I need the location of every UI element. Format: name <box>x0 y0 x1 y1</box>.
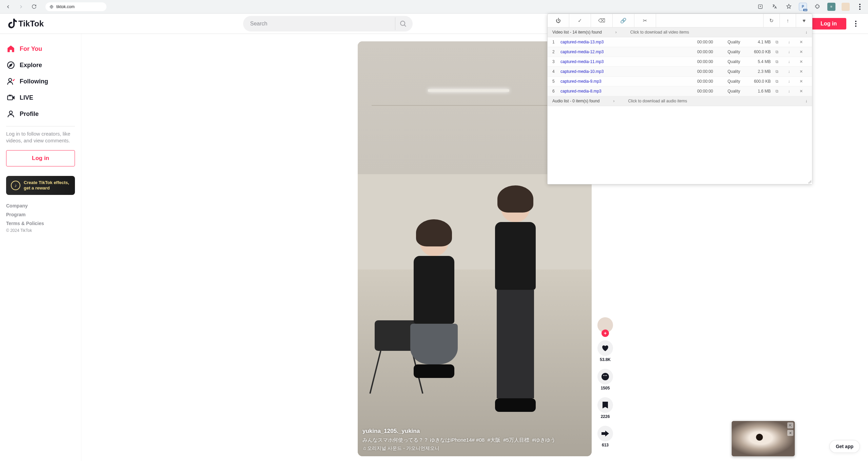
toolbar-up-icon[interactable]: ↑ <box>780 14 796 27</box>
video-list-header[interactable]: Video list - 14 item(s) found › Click to… <box>548 27 812 37</box>
address-bar[interactable]: tiktok.com <box>45 2 106 11</box>
download-icon[interactable]: ↓ <box>783 79 795 84</box>
pip-back-icon[interactable]: ⇱ <box>787 422 793 428</box>
toolbar-refresh-icon[interactable]: ↻ <box>763 14 780 27</box>
footer-terms[interactable]: Terms & Policies <box>6 221 75 226</box>
extension-downloader-icon[interactable]: P14 <box>799 3 807 11</box>
footer-company[interactable]: Company <box>6 203 75 208</box>
row-filename[interactable]: captured-media-10.mp3 <box>560 69 684 74</box>
row-filename[interactable]: captured-media-9.mp3 <box>560 79 684 84</box>
row-filename[interactable]: captured-media-8.mp3 <box>560 89 684 94</box>
hashtag[interactable]: #5万人目標 <box>503 437 529 443</box>
download-icon[interactable]: ↓ <box>783 40 795 44</box>
extensions-icon[interactable] <box>813 3 821 11</box>
video-sound[interactable]: ♫ 오리지널 사운드 - 가오니언제오니 <box>362 445 587 452</box>
nav-label: Explore <box>20 62 42 69</box>
row-quality[interactable]: Quality <box>713 69 740 74</box>
video-username[interactable]: yukina_1205._yukina <box>362 428 587 435</box>
hashtag[interactable]: #大阪 <box>487 437 500 443</box>
video-list-hint: Click to download all video items <box>630 30 689 35</box>
copy-icon[interactable]: ⧉ <box>771 40 783 44</box>
copy-icon[interactable]: ⧉ <box>771 79 783 84</box>
remove-icon[interactable]: ✕ <box>795 69 807 74</box>
row-quality[interactable]: Quality <box>713 59 740 64</box>
row-quality[interactable]: Quality <box>713 49 740 54</box>
row-size: 5.4 MB <box>740 59 771 64</box>
reload-button[interactable] <box>30 3 38 11</box>
header-more-button[interactable] <box>852 21 860 27</box>
remove-icon[interactable]: ✕ <box>795 89 807 94</box>
download-icon[interactable]: ↓ <box>783 69 795 74</box>
toolbar-clear-icon[interactable]: ⌫ <box>591 14 613 27</box>
row-quality[interactable]: Quality <box>713 40 740 44</box>
effects-text: Create TikTok effects, get a reward <box>24 180 70 191</box>
download-row: 5captured-media-9.mp300:00:00Quality600.… <box>548 77 812 86</box>
toolbar-heart-icon[interactable]: ♥ <box>796 14 812 27</box>
remove-icon[interactable]: ✕ <box>795 79 807 84</box>
login-button[interactable]: Log in <box>811 18 846 29</box>
nav-live[interactable]: LIVE <box>3 89 78 106</box>
effects-banner[interactable]: ♪ Create TikTok effects, get a reward <box>6 176 75 195</box>
nav-explore[interactable]: Explore <box>3 57 78 73</box>
back-button[interactable] <box>4 3 12 11</box>
toolbar-cut-icon[interactable]: ✂ <box>634 14 656 27</box>
profile-avatar-icon[interactable] <box>842 3 850 11</box>
row-filename[interactable]: captured-media-12.mp3 <box>560 49 684 54</box>
browser-menu-icon[interactable] <box>856 4 864 10</box>
like-button[interactable]: 53.8K <box>597 340 613 362</box>
copy-icon[interactable]: ⧉ <box>771 59 783 64</box>
tiktok-logo[interactable]: TikTok <box>8 19 44 29</box>
row-size: 2.3 MB <box>740 69 771 74</box>
row-quality[interactable]: Quality <box>713 89 740 94</box>
audio-list-header[interactable]: Audio list - 0 item(s) found › Click to … <box>548 96 812 106</box>
resize-handle-icon[interactable] <box>808 180 811 183</box>
download-icon[interactable]: ↓ <box>783 59 795 64</box>
video-caption: みんなスマホ何使ってる？？ ゆきなはiPhone14# #08 #大阪 #5万人… <box>362 437 587 443</box>
hashtag[interactable]: #08 <box>476 437 485 443</box>
translate-icon[interactable] <box>770 3 778 11</box>
nav-for-you[interactable]: For You <box>3 41 78 57</box>
download-all-videos-icon[interactable]: ↓ <box>805 30 807 35</box>
browser-toolbar: tiktok.com P14 ≡ <box>0 0 868 14</box>
forward-button[interactable] <box>17 3 25 11</box>
row-filename[interactable]: captured-media-11.mp3 <box>560 59 684 64</box>
copy-icon[interactable]: ⧉ <box>771 69 783 74</box>
svg-point-6 <box>9 111 13 114</box>
row-filename[interactable]: captured-media-13.mp3 <box>560 40 684 44</box>
share-button[interactable]: 613 <box>597 426 613 447</box>
toolbar-power-icon[interactable]: ⏻ <box>548 14 569 27</box>
nav-profile[interactable]: Profile <box>3 106 78 122</box>
row-quality[interactable]: Quality <box>713 79 740 84</box>
download-icon[interactable]: ↓ <box>783 49 795 54</box>
copy-icon[interactable]: ⧉ <box>771 49 783 54</box>
bookmark-star-icon[interactable] <box>785 3 793 11</box>
footer-program[interactable]: Program <box>6 212 75 217</box>
follow-button[interactable]: + <box>601 329 609 337</box>
download-row: 1captured-media-13.mp300:00:00Quality4.1… <box>548 37 812 47</box>
picture-in-picture[interactable]: ⇱ ✕ <box>732 421 795 456</box>
nav-following[interactable]: Following <box>3 73 78 89</box>
row-index: 6 <box>552 89 560 94</box>
pip-close-icon[interactable]: ✕ <box>787 430 793 436</box>
toolbar-link-icon[interactable]: 🔗 <box>613 14 634 27</box>
remove-icon[interactable]: ✕ <box>795 40 807 44</box>
copy-icon[interactable]: ⧉ <box>771 89 783 94</box>
hashtag[interactable]: #ゆきゆう <box>532 437 555 443</box>
download-row: 6captured-media-8.mp300:00:00Quality1.6 … <box>548 86 812 96</box>
search-button[interactable] <box>395 17 411 30</box>
extension-2-icon[interactable]: ≡ <box>827 3 835 11</box>
author-avatar[interactable]: + <box>597 317 614 334</box>
download-icon[interactable]: ↓ <box>783 89 795 94</box>
get-app-button[interactable]: Get app <box>829 440 860 453</box>
comment-count: 1505 <box>601 386 610 390</box>
download-all-audio-icon[interactable]: ↓ <box>805 99 807 103</box>
sidebar-login-button[interactable]: Log in <box>6 150 75 166</box>
remove-icon[interactable]: ✕ <box>795 59 807 64</box>
bookmark-button[interactable]: 2226 <box>597 397 613 419</box>
search-input[interactable] <box>243 16 413 32</box>
comment-button[interactable]: 1505 <box>597 369 613 390</box>
row-size: 600.0 KB <box>740 49 771 54</box>
remove-icon[interactable]: ✕ <box>795 49 807 54</box>
install-icon[interactable] <box>756 3 764 11</box>
toolbar-check-icon[interactable]: ✓ <box>569 14 591 27</box>
